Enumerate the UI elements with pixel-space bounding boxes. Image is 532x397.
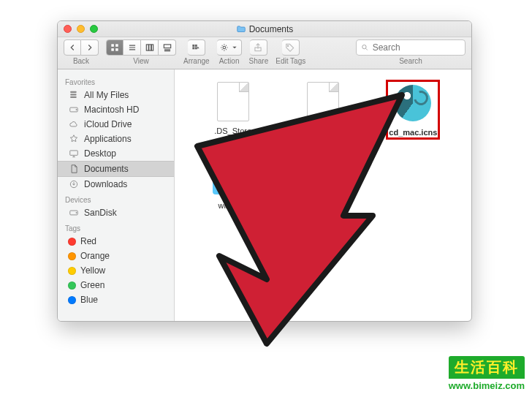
search-input[interactable] — [373, 42, 460, 53]
svg-rect-10 — [193, 47, 195, 49]
file-name: wikiHow — [218, 201, 247, 210]
sidebar-tag-blue[interactable]: Blue — [58, 292, 174, 307]
minimize-button[interactable] — [77, 25, 85, 33]
svg-point-24 — [76, 212, 77, 213]
folder-icon — [236, 24, 246, 34]
sidebar-item-documents[interactable]: Documents — [58, 161, 174, 177]
file-name: .localized — [306, 126, 340, 135]
folder-icon — [213, 162, 254, 194]
hdd-icon — [68, 105, 80, 115]
icns-icon — [395, 85, 431, 121]
arrange-label: Arrange — [183, 57, 210, 65]
list-icon — [127, 42, 137, 53]
svg-point-14 — [288, 45, 289, 47]
share-button[interactable] — [250, 39, 267, 56]
sidebar-item-label: Green — [80, 280, 104, 290]
svg-rect-2 — [111, 48, 114, 51]
window-title: Documents — [249, 24, 294, 34]
hdd-icon — [68, 208, 80, 218]
sidebar-tag-yellow[interactable]: Yellow — [58, 263, 174, 278]
back-button[interactable] — [64, 39, 81, 56]
chevron-down-icon — [232, 45, 238, 50]
finder-window: Documents Back — [57, 20, 472, 322]
sidebar-tag-orange[interactable]: Orange — [58, 249, 174, 263]
arrange-group: Arrange — [183, 39, 210, 65]
tags-group: Edit Tags — [276, 39, 305, 65]
svg-rect-11 — [195, 47, 197, 49]
tag-dot-icon — [68, 281, 76, 290]
tag-icon — [285, 42, 295, 53]
titlebar: Documents — [58, 21, 471, 37]
sidebar-heading-tags: Tags — [58, 220, 174, 234]
close-button[interactable] — [64, 25, 72, 33]
sidebar-item-label: SanDisk — [84, 208, 117, 218]
sidebar-item-desktop[interactable]: Desktop — [58, 146, 174, 161]
downloads-icon — [68, 179, 80, 189]
sidebar-item-sandisk[interactable]: SanDisk — [58, 205, 174, 220]
back-label: Back — [73, 57, 89, 65]
view-icons-button[interactable] — [106, 39, 123, 56]
sidebar-item-downloads[interactable]: Downloads — [58, 177, 174, 192]
sidebar-item-label: Blue — [80, 295, 98, 305]
view-group: View — [106, 39, 176, 65]
svg-point-12 — [223, 46, 226, 49]
file-item-highlighted[interactable]: cd_mac.icns — [387, 81, 438, 138]
apps-icon — [68, 134, 80, 144]
svg-rect-5 — [148, 45, 151, 50]
action-button[interactable] — [217, 39, 242, 56]
svg-rect-21 — [70, 151, 78, 155]
window-title-wrap: Documents — [58, 24, 471, 34]
svg-rect-9 — [195, 45, 197, 47]
sidebar-item-label: Desktop — [84, 148, 116, 159]
coverflow-icon — [162, 42, 172, 53]
sidebar-tag-red[interactable]: Red — [58, 234, 174, 249]
arrange-icon — [191, 42, 201, 53]
action-label: Action — [219, 57, 240, 65]
file-grid[interactable]: .DS_Store .localized cd_mac.icns wikiHow — [175, 69, 471, 321]
share-label: Share — [249, 57, 269, 65]
sidebar-item-label: iCloud Drive — [84, 119, 132, 129]
view-list-button[interactable] — [123, 39, 141, 56]
desktop-icon — [68, 148, 80, 159]
file-thumb — [213, 156, 254, 197]
sidebar-item-icloud-drive[interactable]: iCloud Drive — [58, 117, 174, 132]
sidebar-item-macintosh-hd[interactable]: Macintosh HD — [58, 102, 174, 117]
window-controls — [64, 25, 98, 33]
search-field[interactable] — [356, 39, 466, 56]
all-my-files-icon — [68, 90, 80, 100]
sidebar-item-label: Applications — [84, 134, 132, 144]
svg-rect-8 — [193, 45, 195, 47]
watermark-url: www.bimeiz.com — [449, 379, 525, 391]
file-item[interactable]: wikiHow — [213, 156, 254, 210]
back-forward-group: Back — [64, 39, 99, 65]
arrange-button[interactable] — [188, 39, 205, 56]
grid-icon — [110, 42, 120, 53]
view-columns-button[interactable] — [141, 39, 159, 56]
sidebar: Favorites All My Files Macintosh HD iClo… — [58, 69, 175, 321]
sidebar-item-applications[interactable]: Applications — [58, 132, 174, 146]
documents-icon — [68, 164, 80, 174]
search-group: Search — [356, 39, 466, 65]
sidebar-item-label: Documents — [84, 164, 129, 174]
zoom-button[interactable] — [90, 25, 98, 33]
gear-icon — [220, 42, 230, 53]
sidebar-tag-green[interactable]: Green — [58, 278, 174, 292]
sidebar-item-all-my-files[interactable]: All My Files — [58, 88, 174, 102]
view-coverflow-button[interactable] — [159, 39, 176, 56]
svg-rect-18 — [70, 97, 76, 98]
search-label: Search — [399, 57, 422, 65]
edit-tags-button[interactable] — [282, 39, 300, 56]
file-thumb — [303, 81, 343, 122]
file-thumb — [213, 81, 254, 122]
forward-button[interactable] — [81, 39, 99, 56]
watermark-title: 生活百科 — [449, 356, 525, 379]
sidebar-item-label: Yellow — [80, 265, 105, 276]
chevron-left-icon — [67, 42, 77, 53]
file-item[interactable]: .DS_Store — [213, 81, 254, 138]
file-item[interactable]: .localized — [303, 81, 343, 138]
tag-dot-icon — [68, 296, 76, 304]
sidebar-item-label: Orange — [80, 251, 110, 261]
document-icon — [307, 82, 339, 121]
cloud-icon — [68, 119, 80, 129]
svg-rect-16 — [70, 91, 76, 93]
